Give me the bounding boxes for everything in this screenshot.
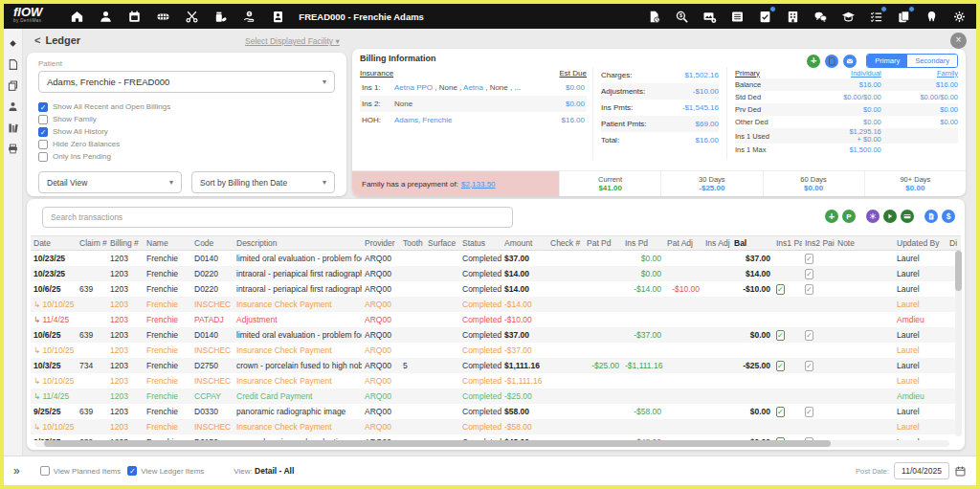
dentition-icon[interactable] (155, 9, 170, 24)
patient-select[interactable]: Adams, Frenchie - FREAD000 ▾ (38, 71, 335, 93)
col-header-ins1_paid[interactable]: Ins1 Paid (773, 236, 802, 251)
settings-icon[interactable] (951, 9, 967, 24)
vertical-scrollbar[interactable] (955, 251, 962, 436)
filter-checkbox-4[interactable]: ✓Only Ins Pending (38, 150, 335, 163)
back-icon[interactable]: < (34, 34, 40, 46)
col-header-bal[interactable]: Bal (731, 236, 773, 251)
card-payment-button[interactable] (901, 210, 914, 223)
office-icon[interactable] (785, 9, 800, 24)
quick-pay-button[interactable]: $ (942, 210, 955, 223)
col-header-date[interactable]: Date (31, 236, 77, 251)
expand-button[interactable]: » (13, 464, 20, 478)
ins2-paid-checkbox[interactable]: ✓ (805, 269, 813, 279)
prepayment-amount-link[interactable]: $2,133.50 (461, 180, 496, 189)
tooth-icon[interactable] (924, 9, 939, 24)
checkbox[interactable]: ✓ (38, 140, 48, 149)
vertical-scrollbar-thumb[interactable] (955, 251, 962, 291)
patient-card-icon[interactable] (270, 9, 285, 24)
col-header-code[interactable]: Code (191, 236, 234, 251)
insurance-col-header[interactable]: Insurance (360, 69, 393, 78)
ins2-paid-checkbox[interactable]: ✓ (805, 254, 813, 264)
add-button[interactable]: + (825, 210, 838, 223)
list-icon[interactable] (729, 9, 745, 24)
tasks-icon[interactable] (757, 9, 772, 24)
filter-checkbox-0[interactable]: ✓Show All Recent and Open Billings (38, 100, 335, 113)
col-header-di[interactable]: Di (947, 236, 961, 251)
mail-button[interactable] (843, 55, 857, 68)
search-dollar-icon[interactable]: $ (674, 9, 689, 24)
checkbox[interactable]: ✓ (40, 466, 50, 476)
col-header-desc[interactable]: Description (234, 236, 362, 251)
close-button[interactable]: × (950, 33, 967, 49)
col-header-pat_adj[interactable]: Pat Adj (664, 236, 702, 251)
payments-icon[interactable]: $ (241, 9, 256, 24)
imaging-icon[interactable] (702, 9, 717, 24)
ins2-paid-checkbox[interactable]: ✓ (805, 284, 813, 295)
table-row[interactable]: 10/6/256391203FrenchieD0140limited oral … (31, 327, 961, 343)
horizontal-scrollbar[interactable] (34, 440, 949, 447)
insurance-link[interactable]: Aetna PPO (394, 83, 433, 92)
facility-select-link[interactable]: Select Displayed Facility ▾ (245, 36, 340, 46)
table-row[interactable]: ↳ 10/10/251203FrenchieINSCHECInsurance C… (31, 419, 961, 434)
ins1-paid-checkbox[interactable]: ✓ (776, 407, 785, 417)
person-icon[interactable] (7, 100, 19, 113)
table-row[interactable]: ↳ 10/10/251203FrenchieINSCHECInsurance C… (31, 343, 961, 358)
insurance-link[interactable]: Aetna (463, 83, 483, 92)
toggle-secondary[interactable]: Secondary (907, 55, 957, 67)
ins1-paid-checkbox[interactable]: ✓ (776, 330, 785, 341)
table-row[interactable]: ↳ 10/10/251203FrenchieINSCHECInsurance C… (31, 373, 961, 389)
add-button[interactable]: + (807, 55, 820, 68)
est-due-col-header[interactable]: Est Due (560, 69, 587, 78)
note-icon[interactable] (7, 58, 19, 71)
post-button[interactable] (883, 210, 897, 223)
books-icon[interactable] (7, 122, 19, 134)
post-date-input[interactable]: 11/04/2025 (894, 462, 949, 479)
messages-icon[interactable] (813, 9, 828, 24)
printer-icon[interactable] (7, 143, 19, 155)
table-row[interactable]: 10/6/256391203FrenchieD0220intraoral - p… (31, 281, 961, 297)
col-header-ins_adj[interactable]: Ins Adj (702, 236, 731, 251)
col-header-ins_pd[interactable]: Ins Pd (622, 236, 664, 251)
benefits-col-header[interactable]: Individual (805, 67, 881, 78)
note-button[interactable] (825, 55, 838, 68)
claims-icon[interactable] (646, 9, 661, 24)
table-row[interactable]: ↳ 11/4/251203FrenchiePATADJAdjustmentARQ… (31, 312, 961, 327)
table-row[interactable]: 10/3/257341203FrenchieD2750crown - porce… (31, 358, 961, 373)
search-input[interactable] (42, 207, 513, 228)
prescriptions-icon[interactable] (212, 9, 228, 24)
col-header-claim[interactable]: Claim # (77, 236, 107, 251)
col-header-tooth[interactable]: Tooth (400, 236, 425, 251)
col-header-amount[interactable]: Amount (501, 236, 547, 251)
education-icon[interactable] (840, 9, 856, 24)
insurance-link[interactable]: Adams, Frenchie (394, 116, 452, 124)
checkbox[interactable]: ✓ (38, 115, 48, 124)
checkbox[interactable]: ✓ (38, 152, 48, 162)
table-row[interactable]: ↳ 10/10/251203FrenchieINSCHECInsurance C… (31, 297, 961, 312)
checkbox[interactable]: ✓ (38, 102, 48, 112)
schedule-icon[interactable] (126, 9, 142, 24)
sort-select[interactable]: Sort by Billing then Date▾ (191, 171, 335, 193)
table-row[interactable]: ↳ 11/4/251203FrenchieCCPAYCredit Card Pa… (31, 389, 961, 404)
benefits-col-header[interactable]: Primary (735, 67, 805, 78)
col-header-status[interactable]: Status (459, 236, 501, 251)
table-row[interactable]: 10/23/251203FrenchieD0220intraoral - per… (31, 266, 961, 281)
table-row[interactable]: 9/25/256391203FrenchieD0330panoramic rad… (31, 404, 961, 419)
statement-button[interactable] (924, 210, 938, 223)
auto-post-button[interactable] (866, 210, 880, 223)
view-mode-select[interactable]: Detail View▾ (38, 171, 182, 193)
view-planned-checkbox[interactable]: ✓View Planned Items (40, 466, 122, 476)
view-ledger-checkbox[interactable]: ✓View Ledger Items (127, 466, 204, 476)
checkbox[interactable]: ✓ (127, 466, 137, 476)
diamond-icon[interactable] (7, 37, 19, 50)
col-header-check[interactable]: Check # (547, 236, 584, 251)
col-header-note[interactable]: Note (835, 236, 894, 251)
checklist-icon[interactable] (868, 9, 883, 24)
col-header-provider[interactable]: Provider (362, 236, 400, 251)
patient-icon[interactable] (98, 9, 113, 24)
col-header-ins2_paid[interactable]: Ins2 Paid (802, 236, 835, 251)
toggle-primary[interactable]: Primary (867, 55, 907, 67)
copy-icon[interactable] (7, 79, 19, 92)
calendar-icon[interactable] (954, 465, 967, 478)
checkbox[interactable]: ✓ (38, 127, 48, 137)
home-icon[interactable] (69, 9, 84, 24)
